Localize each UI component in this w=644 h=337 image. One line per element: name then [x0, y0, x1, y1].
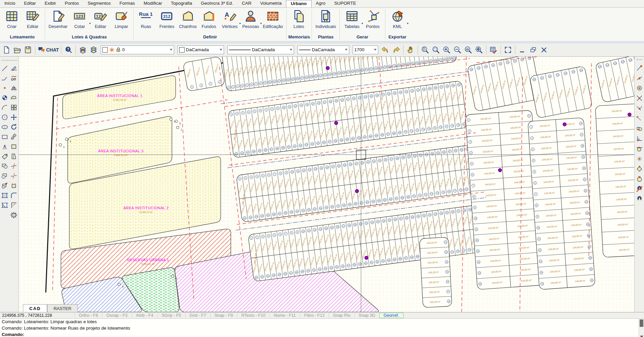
command-scrollbar[interactable] [639, 319, 644, 337]
menu-item-agro[interactable]: Agro [312, 0, 330, 7]
combo-chevron-icon[interactable] [345, 49, 348, 51]
selected-vertex-marker[interactable] [365, 256, 368, 259]
ribbon-button-tabelas[interactable]: ▼Tabelas [342, 9, 362, 29]
layer-combo[interactable]: 0 [101, 45, 174, 54]
menu-item-segmentos[interactable]: Segmentos [83, 0, 115, 7]
edit-explode-tool-button[interactable] [9, 210, 18, 220]
edit-array-tool-button[interactable] [9, 102, 18, 112]
menu-item-pontos[interactable]: Pontos [60, 0, 83, 7]
zoom-previous-button[interactable] [463, 45, 473, 55]
layers-manager-button[interactable] [78, 45, 88, 55]
edit-revcloud-tool-button[interactable] [9, 93, 18, 102]
layers-states-button[interactable] [89, 45, 99, 55]
ribbon-button-editar[interactable]: 12Editar [90, 9, 111, 29]
combo-chevron-icon[interactable] [220, 49, 222, 51]
ribbon-button-fundos[interactable]: Fundos [198, 9, 219, 29]
ribbon-button-editar[interactable]: Editar [22, 9, 43, 29]
status-toggle-snap-f9[interactable]: Snap - F9 [210, 313, 237, 318]
chat-button[interactable]: CHAT [37, 45, 59, 55]
open-file-button[interactable] [12, 45, 22, 55]
selected-vertex-marker[interactable] [355, 189, 359, 193]
selected-vertex-marker[interactable] [498, 168, 502, 172]
zoom-in-button[interactable] [442, 45, 452, 55]
status-toggle-sgrip-f5[interactable]: SGrip - F5 [157, 313, 185, 318]
draw-circle-tool-button[interactable] [0, 112, 9, 122]
combo-chevron-icon[interactable] [290, 49, 292, 51]
edit-fillet-tool-button[interactable] [9, 190, 18, 200]
lot-block[interactable]: 116144,00 m²144,00 m²217144,00 m²144,00 … [528, 118, 595, 289]
ribbon-button-frentes[interactable]: 312Frentes [156, 9, 177, 29]
status-toggle-ortho-f8[interactable]: Ortho - F8 [74, 313, 102, 318]
snap-center-tool-button[interactable] [635, 83, 644, 93]
zoom-extents-button[interactable] [474, 45, 484, 55]
ribbon-button-limpar[interactable]: Limpar [111, 9, 132, 29]
dropdown-arrow-icon[interactable]: ▼ [407, 22, 409, 25]
combo-chevron-icon[interactable] [170, 49, 172, 51]
menu-item-urbano[interactable]: Urbano [286, 0, 311, 7]
menu-item-car[interactable]: CAR [237, 0, 256, 7]
snap-nearest-tool-button[interactable] [635, 174, 644, 184]
ribbon-button-criar[interactable]: Criar [1, 9, 22, 29]
menu-item-editar[interactable]: Editar [20, 0, 40, 7]
snap-node-tool-button[interactable] [635, 154, 644, 164]
window-minimize-button[interactable] [517, 45, 527, 55]
zoom-window-button[interactable] [431, 45, 441, 55]
draw-position-tool-button[interactable] [0, 93, 9, 102]
region-arrow-tool-button[interactable] [0, 181, 9, 190]
edit-offset-tool-button[interactable] [9, 181, 18, 190]
status-toggle-snap-3d[interactable]: Snap 3D [354, 313, 379, 318]
draw-rectangle-tool-button[interactable] [0, 132, 9, 142]
status-toggle-snap-pto[interactable]: Snap Pto [329, 313, 354, 318]
hatch-solid-tool-button[interactable] [0, 190, 9, 200]
ribbon-button-v-rtices[interactable]: A▼Vértices [219, 9, 240, 29]
status-toggle-nome-f11[interactable]: Nome - F11 [269, 313, 300, 318]
edit-rotate-tool-button[interactable] [9, 122, 18, 132]
ribbon-button-cotar[interactable]: 123▼Cotar [69, 9, 90, 29]
help-search-button[interactable]: ? [63, 45, 73, 55]
menu-item-exibir[interactable]: Exibir [40, 0, 61, 7]
selected-vertex-marker[interactable] [628, 113, 631, 116]
selected-vertex-marker[interactable] [334, 121, 338, 125]
scrollbar-down-arrow[interactable] [640, 336, 643, 337]
region-circle-2-tool-button[interactable] [0, 171, 9, 181]
draw-arc-tool-button[interactable] [0, 102, 9, 112]
menu-item-topografia[interactable]: Topografia [166, 0, 196, 7]
hatch-border-tool-button[interactable] [0, 200, 9, 210]
draw-polyline-tool-button[interactable] [0, 73, 9, 83]
window-restore-button[interactable] [528, 45, 538, 55]
status-toggle-rtexto-f10[interactable]: RTexto - F10 [237, 313, 269, 318]
draw-ellipse-tool-button[interactable] [0, 122, 9, 132]
command-prompt[interactable]: Comando: [0, 332, 644, 337]
ribbon-button-ruas[interactable]: Rua 1Ruas [135, 9, 156, 29]
pan-hand-button[interactable] [406, 45, 416, 55]
menu-item-geoincra-3-ed-[interactable]: GeoIncra 3ª Ed. [196, 0, 237, 7]
draw-tag-tool-button[interactable] [0, 151, 9, 161]
scale-combo[interactable]: 1700 [353, 45, 378, 54]
snap-extension-tool-button[interactable] [635, 113, 644, 123]
menu-item-in-cio[interactable]: Início [0, 0, 20, 7]
menu-item-modificar[interactable]: Modificar [139, 0, 166, 7]
fullscreen-button[interactable] [503, 45, 513, 55]
edit-chamfer-tool-button[interactable] [9, 132, 18, 142]
zoom-document-button[interactable] [420, 45, 430, 55]
draw-point-tool-button[interactable] [0, 83, 9, 93]
window-close-button[interactable] [539, 45, 549, 55]
edit-curve-tool-button[interactable] [9, 73, 18, 83]
status-toggle-atrib-f4[interactable]: Atrib - F4 [132, 313, 157, 318]
region-circle-tool-button[interactable] [0, 161, 9, 171]
zoom-out-button[interactable] [452, 45, 462, 55]
draw-line-tool-button[interactable] [0, 63, 9, 73]
selected-vertex-marker[interactable] [326, 66, 329, 70]
scrollbar-thumb[interactable] [640, 319, 643, 327]
ribbon-button-individuais[interactable]: Individuais [314, 9, 337, 29]
edit-mirror-tool-button[interactable] [9, 83, 18, 93]
redo-button[interactable] [391, 45, 401, 55]
snap-apparent-tool-button[interactable] [635, 103, 644, 113]
linetype-combo[interactable]: DaCamada [227, 45, 294, 54]
edit-move-tool-button[interactable] [9, 112, 18, 122]
selected-vertex-marker[interactable] [563, 123, 566, 126]
edit-trim-tool-button[interactable] [9, 63, 18, 73]
edit-taper-tool-button[interactable] [9, 151, 18, 161]
status-toggle-filtro-f12[interactable]: Filtro - F12 [300, 313, 328, 318]
edit-stretch-tool-button[interactable] [9, 142, 18, 151]
